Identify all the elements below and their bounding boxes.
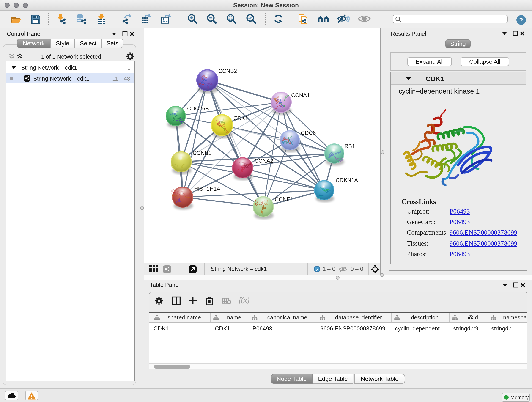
svg-text:RB1: RB1 xyxy=(344,143,355,149)
svg-text:CCNB2: CCNB2 xyxy=(218,68,237,74)
svg-text:CDKN1A: CDKN1A xyxy=(336,177,358,183)
svg-text:CCNB1: CCNB1 xyxy=(192,150,211,156)
svg-text:HIST1H1A: HIST1H1A xyxy=(194,186,220,192)
svg-text:CCNE1: CCNE1 xyxy=(274,196,293,202)
svg-text:CCNA1: CCNA1 xyxy=(291,92,310,98)
svg-text:CDC25B: CDC25B xyxy=(187,105,209,112)
svg-text:CDC6: CDC6 xyxy=(301,130,316,136)
svg-text:CCNA2: CCNA2 xyxy=(254,158,273,164)
svg-text:CDK1: CDK1 xyxy=(233,115,248,121)
